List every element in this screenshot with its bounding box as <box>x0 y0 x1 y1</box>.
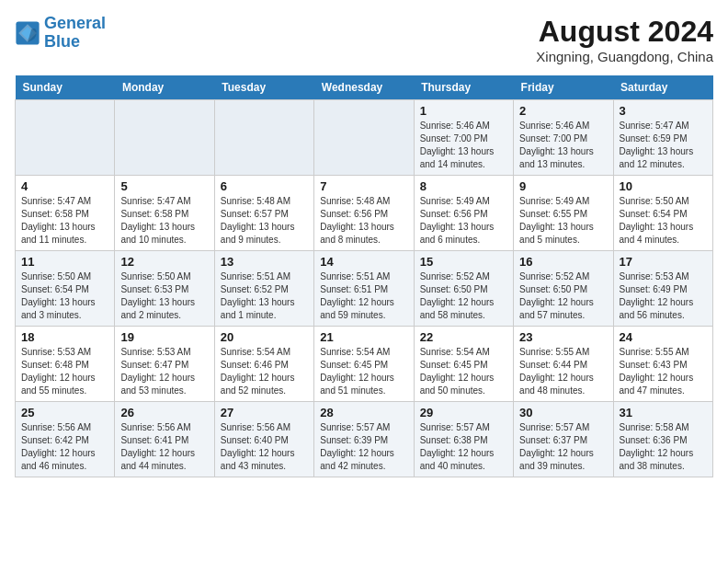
day-number: 12 <box>120 255 208 269</box>
calendar-cell: 15Sunrise: 5:52 AM Sunset: 6:50 PM Dayli… <box>414 251 513 327</box>
day-info: Sunrise: 5:57 AM Sunset: 6:37 PM Dayligh… <box>519 421 607 473</box>
day-info: Sunrise: 5:51 AM Sunset: 6:51 PM Dayligh… <box>320 270 407 322</box>
day-info: Sunrise: 5:49 AM Sunset: 6:56 PM Dayligh… <box>420 195 507 247</box>
calendar-cell: 10Sunrise: 5:50 AM Sunset: 6:54 PM Dayli… <box>613 176 712 251</box>
day-number: 8 <box>420 179 507 193</box>
calendar-week-row: 4Sunrise: 5:47 AM Sunset: 6:58 PM Daylig… <box>16 176 713 251</box>
day-number: 6 <box>221 179 308 193</box>
day-info: Sunrise: 5:56 AM Sunset: 6:40 PM Dayligh… <box>221 421 308 473</box>
calendar-cell <box>314 100 414 176</box>
weekday-header-thursday: Thursday <box>414 75 513 100</box>
calendar-cell: 27Sunrise: 5:56 AM Sunset: 6:40 PM Dayli… <box>214 402 313 477</box>
day-number: 18 <box>21 330 108 344</box>
calendar-cell: 31Sunrise: 5:58 AM Sunset: 6:36 PM Dayli… <box>613 402 712 477</box>
day-number: 16 <box>519 255 607 269</box>
calendar-cell: 17Sunrise: 5:53 AM Sunset: 6:49 PM Dayli… <box>613 251 712 327</box>
page-header: General Blue August 2024 Xingning, Guang… <box>15 15 713 64</box>
day-number: 22 <box>420 330 507 344</box>
calendar-cell: 3Sunrise: 5:47 AM Sunset: 6:59 PM Daylig… <box>613 100 712 176</box>
day-info: Sunrise: 5:47 AM Sunset: 6:59 PM Dayligh… <box>620 120 707 171</box>
day-number: 13 <box>221 255 308 269</box>
calendar-cell: 11Sunrise: 5:50 AM Sunset: 6:54 PM Dayli… <box>16 251 115 327</box>
calendar-cell: 22Sunrise: 5:54 AM Sunset: 6:45 PM Dayli… <box>414 327 513 402</box>
location: Xingning, Guangdong, China <box>536 49 713 64</box>
day-info: Sunrise: 5:54 AM Sunset: 6:45 PM Dayligh… <box>420 346 507 397</box>
calendar-cell: 30Sunrise: 5:57 AM Sunset: 6:37 PM Dayli… <box>514 402 613 477</box>
calendar-cell: 24Sunrise: 5:55 AM Sunset: 6:43 PM Dayli… <box>613 327 712 402</box>
title-block: August 2024 Xingning, Guangdong, China <box>536 15 713 64</box>
day-info: Sunrise: 5:50 AM Sunset: 6:54 PM Dayligh… <box>620 195 707 247</box>
day-info: Sunrise: 5:55 AM Sunset: 6:43 PM Dayligh… <box>620 346 707 397</box>
calendar-week-row: 18Sunrise: 5:53 AM Sunset: 6:48 PM Dayli… <box>16 327 713 402</box>
day-number: 1 <box>420 104 507 118</box>
calendar-cell: 16Sunrise: 5:52 AM Sunset: 6:50 PM Dayli… <box>514 251 613 327</box>
calendar-cell: 29Sunrise: 5:57 AM Sunset: 6:38 PM Dayli… <box>414 402 513 477</box>
calendar-cell: 6Sunrise: 5:48 AM Sunset: 6:57 PM Daylig… <box>214 176 313 251</box>
day-info: Sunrise: 5:56 AM Sunset: 6:42 PM Dayligh… <box>21 421 108 473</box>
day-info: Sunrise: 5:53 AM Sunset: 6:47 PM Dayligh… <box>120 346 208 397</box>
day-number: 26 <box>120 406 208 419</box>
calendar-cell <box>214 100 313 176</box>
day-info: Sunrise: 5:54 AM Sunset: 6:46 PM Dayligh… <box>221 346 308 397</box>
day-number: 23 <box>519 330 607 344</box>
day-info: Sunrise: 5:55 AM Sunset: 6:44 PM Dayligh… <box>519 346 607 397</box>
calendar-cell: 1Sunrise: 5:46 AM Sunset: 7:00 PM Daylig… <box>414 100 513 176</box>
day-info: Sunrise: 5:46 AM Sunset: 7:00 PM Dayligh… <box>519 120 607 171</box>
calendar-cell: 23Sunrise: 5:55 AM Sunset: 6:44 PM Dayli… <box>514 327 613 402</box>
weekday-header-friday: Friday <box>514 75 613 100</box>
day-number: 11 <box>21 255 108 269</box>
calendar-cell: 14Sunrise: 5:51 AM Sunset: 6:51 PM Dayli… <box>314 251 414 327</box>
logo-text-line1: General <box>44 15 106 33</box>
weekday-header-tuesday: Tuesday <box>214 75 313 100</box>
day-info: Sunrise: 5:56 AM Sunset: 6:41 PM Dayligh… <box>120 421 208 473</box>
logo: General Blue <box>15 15 106 52</box>
calendar-cell: 13Sunrise: 5:51 AM Sunset: 6:52 PM Dayli… <box>214 251 313 327</box>
calendar-cell: 19Sunrise: 5:53 AM Sunset: 6:47 PM Dayli… <box>115 327 214 402</box>
day-info: Sunrise: 5:58 AM Sunset: 6:36 PM Dayligh… <box>620 421 707 473</box>
calendar-cell: 2Sunrise: 5:46 AM Sunset: 7:00 PM Daylig… <box>514 100 613 176</box>
day-number: 17 <box>620 255 707 269</box>
day-info: Sunrise: 5:50 AM Sunset: 6:53 PM Dayligh… <box>120 270 208 322</box>
day-info: Sunrise: 5:52 AM Sunset: 6:50 PM Dayligh… <box>420 270 507 322</box>
day-info: Sunrise: 5:50 AM Sunset: 6:54 PM Dayligh… <box>21 270 108 322</box>
day-number: 30 <box>519 406 607 419</box>
month-year: August 2024 <box>536 15 713 49</box>
calendar-cell: 26Sunrise: 5:56 AM Sunset: 6:41 PM Dayli… <box>115 402 214 477</box>
day-info: Sunrise: 5:48 AM Sunset: 6:57 PM Dayligh… <box>221 195 308 247</box>
day-number: 21 <box>320 330 407 344</box>
day-info: Sunrise: 5:57 AM Sunset: 6:38 PM Dayligh… <box>420 421 507 473</box>
day-number: 29 <box>420 406 507 419</box>
weekday-header-saturday: Saturday <box>613 75 712 100</box>
day-info: Sunrise: 5:47 AM Sunset: 6:58 PM Dayligh… <box>120 195 208 247</box>
logo-icon <box>15 20 40 46</box>
calendar-cell: 20Sunrise: 5:54 AM Sunset: 6:46 PM Dayli… <box>214 327 313 402</box>
day-number: 20 <box>221 330 308 344</box>
day-number: 24 <box>620 330 707 344</box>
calendar-cell: 21Sunrise: 5:54 AM Sunset: 6:45 PM Dayli… <box>314 327 414 402</box>
calendar-cell: 5Sunrise: 5:47 AM Sunset: 6:58 PM Daylig… <box>115 176 214 251</box>
calendar-cell: 12Sunrise: 5:50 AM Sunset: 6:53 PM Dayli… <box>115 251 214 327</box>
day-number: 31 <box>620 406 707 419</box>
day-info: Sunrise: 5:53 AM Sunset: 6:48 PM Dayligh… <box>21 346 108 397</box>
calendar-cell: 28Sunrise: 5:57 AM Sunset: 6:39 PM Dayli… <box>314 402 414 477</box>
day-info: Sunrise: 5:48 AM Sunset: 6:56 PM Dayligh… <box>320 195 407 247</box>
weekday-header-wednesday: Wednesday <box>314 75 414 100</box>
calendar-table: SundayMondayTuesdayWednesdayThursdayFrid… <box>15 75 713 477</box>
calendar-cell <box>16 100 115 176</box>
calendar-cell: 8Sunrise: 5:49 AM Sunset: 6:56 PM Daylig… <box>414 176 513 251</box>
day-number: 27 <box>221 406 308 419</box>
calendar-week-row: 25Sunrise: 5:56 AM Sunset: 6:42 PM Dayli… <box>16 402 713 477</box>
logo-text-line2: Blue <box>44 33 106 52</box>
weekday-header-monday: Monday <box>115 75 214 100</box>
calendar-cell: 25Sunrise: 5:56 AM Sunset: 6:42 PM Dayli… <box>16 402 115 477</box>
calendar-cell: 4Sunrise: 5:47 AM Sunset: 6:58 PM Daylig… <box>16 176 115 251</box>
day-number: 3 <box>620 104 707 118</box>
calendar-cell: 9Sunrise: 5:49 AM Sunset: 6:55 PM Daylig… <box>514 176 613 251</box>
day-number: 5 <box>120 179 208 193</box>
weekday-header-row: SundayMondayTuesdayWednesdayThursdayFrid… <box>16 75 713 100</box>
day-number: 2 <box>519 104 607 118</box>
day-number: 4 <box>21 179 108 193</box>
calendar-cell <box>115 100 214 176</box>
day-info: Sunrise: 5:53 AM Sunset: 6:49 PM Dayligh… <box>620 270 707 322</box>
calendar-week-row: 11Sunrise: 5:50 AM Sunset: 6:54 PM Dayli… <box>16 251 713 327</box>
